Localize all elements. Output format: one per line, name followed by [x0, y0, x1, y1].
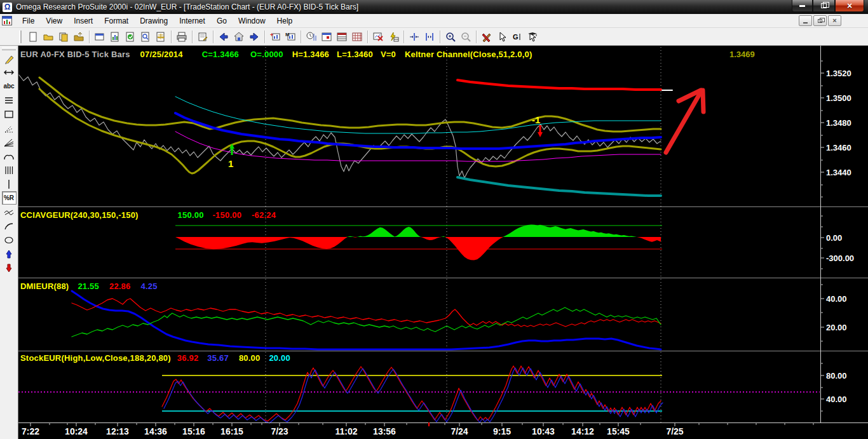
go-to-g-button[interactable]: G [510, 29, 525, 44]
menu-item-help[interactable]: Help [271, 15, 299, 27]
expert-commentary-button[interactable] [525, 29, 540, 44]
restore-icon [821, 3, 827, 8]
new-chart-button[interactable] [107, 29, 123, 44]
mdi-restore-button[interactable] [813, 15, 827, 26]
arc-tool-icon [3, 151, 15, 162]
application-window: Ω Omega Research ProSuite 2000i - 02InW_… [0, 0, 868, 439]
toolbar-separator [301, 30, 301, 43]
tasklist-check-button[interactable] [123, 29, 138, 44]
chart-canvas[interactable]: 1.35201.35001.34801.34601.34401-10.00-30… [0, 46, 868, 439]
toolbar-grip[interactable] [19, 30, 22, 43]
rectangle-tool-button[interactable] [2, 107, 17, 121]
trend-arrow-barb-down[interactable] [703, 90, 703, 112]
gann-fan-tool-icon [3, 137, 15, 148]
window-small-button[interactable] [319, 29, 334, 44]
vertical-lines-tool-icon [3, 165, 15, 176]
compress-bars-button[interactable] [407, 29, 422, 44]
print-button[interactable] [174, 29, 189, 44]
toolbar-separator [89, 30, 90, 43]
svg-text:G: G [513, 33, 519, 41]
menu-item-window[interactable]: Window [233, 15, 271, 27]
down-arrow-tool-icon [3, 262, 15, 274]
compress-bars-icon [409, 31, 420, 43]
minimize-button[interactable] [792, 0, 813, 12]
new-document-button[interactable] [25, 29, 41, 44]
insert-study-m-button[interactable]: M [283, 29, 298, 44]
folder-up-button[interactable] [71, 29, 86, 44]
time-axis-label: 16:15 [220, 426, 243, 436]
menu-item-internet[interactable]: Internet [173, 15, 211, 27]
trade-scales-icon [155, 31, 166, 43]
horizontal-lines-tool-button[interactable] [2, 93, 17, 107]
properties-button[interactable] [195, 29, 210, 44]
analysis-search-button[interactable] [138, 29, 153, 44]
delete-study-button[interactable] [370, 29, 386, 44]
menu-item-go[interactable]: Go [211, 15, 233, 27]
menu-item-insert[interactable]: Insert [68, 15, 98, 27]
nav-forward-button[interactable] [247, 29, 262, 44]
main-panel-header: EUR A0-FX BID-5 Tick Bars07/25/2014C=1.3… [20, 50, 532, 59]
restore-button[interactable] [813, 0, 835, 12]
curve-tool-button[interactable] [2, 219, 17, 233]
mdi-close-button[interactable]: × [828, 15, 841, 26]
down-arrow-tool-button[interactable] [2, 261, 17, 274]
cci-label: CCIAVGEUR(240,30,150,-150) [20, 210, 139, 220]
arc-tool-button[interactable] [2, 149, 17, 163]
menu-item-drawing[interactable]: Drawing [134, 15, 173, 27]
drawing-toolbar-grip[interactable] [2, 47, 16, 50]
wave-tool-button[interactable] [2, 205, 17, 219]
svg-text:M: M [285, 32, 290, 37]
vertical-line-tool-button[interactable] [2, 177, 17, 191]
data-window-button[interactable] [334, 29, 349, 44]
nav-forward-icon [248, 31, 260, 43]
percent-r-tool-button[interactable]: %R [2, 191, 17, 205]
time-axis-label: 14:36 [144, 426, 167, 436]
horizontal-expand-tool-icon [3, 67, 15, 78]
time-axis-label: 15:45 [607, 426, 630, 436]
print-icon [176, 31, 187, 43]
menu-item-view[interactable]: View [40, 15, 68, 27]
ellipse-tool-button[interactable] [2, 233, 17, 247]
title-bar[interactable]: Ω Omega Research ProSuite 2000i - 02InW_… [0, 0, 868, 14]
time-axis-label: 10:43 [532, 426, 555, 436]
zoom-in-button[interactable] [443, 29, 458, 44]
grid-table-button[interactable] [349, 29, 365, 44]
toolbar-separator [476, 30, 477, 43]
time-axis-label: 14:12 [571, 426, 594, 436]
zoom-out-button[interactable] [458, 29, 473, 44]
gann-fan-tool-button[interactable] [2, 135, 17, 149]
chart-window-icon[interactable] [2, 16, 12, 25]
open-folder-button[interactable] [41, 29, 56, 44]
trade-scales-button[interactable] [153, 29, 168, 44]
horizontal-expand-tool-button[interactable] [2, 65, 17, 79]
angle-dotted-tool-button[interactable] [2, 121, 17, 135]
cci-panel-axis-label: 0.00 [826, 233, 842, 243]
vertical-lines-tool-button[interactable] [2, 163, 17, 177]
menu-item-file[interactable]: File [17, 15, 40, 27]
pointer-cursor-button[interactable] [494, 29, 510, 44]
new-window-icon [94, 31, 105, 43]
time-frame-clock-button[interactable] [304, 29, 319, 44]
pencil-tool-button[interactable] [2, 51, 17, 65]
insert-symbol-button[interactable]: + [268, 29, 283, 44]
stoch-label: StockEUR(High,Low,Close,188,20,80) [20, 353, 171, 363]
symbol-label: EUR A0-FX BID-5 Tick Bars [20, 50, 130, 59]
new-window-button[interactable] [92, 29, 107, 44]
open-value: O=.0000 [250, 50, 283, 59]
nav-back-button[interactable] [216, 29, 231, 44]
text-tool-button[interactable]: abc [2, 79, 17, 93]
mdi-minimize-button[interactable] [799, 15, 812, 26]
expand-bars-button[interactable] [422, 29, 437, 44]
quick-settings-button[interactable] [386, 29, 401, 44]
price-panel-axis-label: 1.3500 [826, 93, 851, 103]
sell-signal-arrow-label: -1 [532, 114, 540, 125]
stoch-upper-value: 80.00 [239, 353, 261, 363]
angle-dotted-tool-icon [3, 123, 15, 134]
drawing-toolbar: abc%R [0, 46, 18, 439]
open-workspace-button[interactable] [56, 29, 71, 44]
internet-home-button[interactable] [231, 29, 247, 44]
close-button[interactable]: × [835, 0, 864, 12]
drawing-tools-button[interactable] [479, 29, 494, 44]
menu-item-format[interactable]: Format [98, 15, 134, 27]
up-arrow-tool-button[interactable] [2, 247, 17, 260]
